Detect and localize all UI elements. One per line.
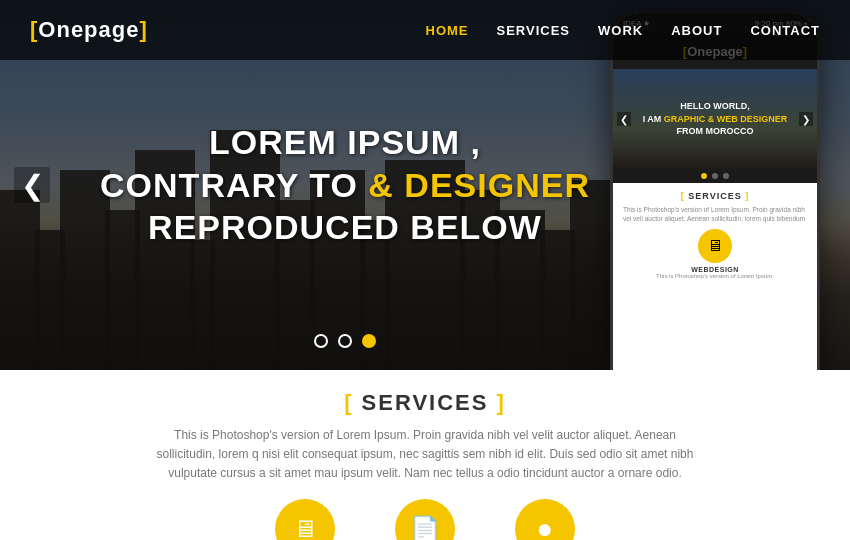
nav-work[interactable]: WORK bbox=[598, 23, 643, 38]
services-title-text: SERVICES bbox=[353, 390, 496, 415]
hero-title-highlight: & DESIGNER bbox=[368, 166, 590, 204]
services-section: [ SERVICES ] This is Photoshop's version… bbox=[0, 370, 850, 540]
dot-2[interactable] bbox=[338, 334, 352, 348]
services-description: This is Photoshop's version of Lorem Ips… bbox=[145, 426, 705, 484]
dot-1[interactable] bbox=[314, 334, 328, 348]
phone-dot-2[interactable] bbox=[712, 173, 718, 179]
phone-services-desc: This is Photoshop's version of Lorem Ips… bbox=[623, 205, 807, 223]
services-bracket-close: ] bbox=[497, 390, 506, 415]
hero-title-line1: LOREM IPSUM , bbox=[209, 123, 481, 161]
service-icon-document: 📄 bbox=[395, 499, 455, 540]
phone-service-icon: 🖥 bbox=[707, 237, 723, 255]
phone-dot-1[interactable] bbox=[701, 173, 707, 179]
phone-service-circle: 🖥 bbox=[698, 229, 732, 263]
hero-title: LOREM IPSUM , CONTRARY TO & DESIGNER REP… bbox=[95, 121, 595, 249]
nav-services[interactable]: SERVICES bbox=[497, 23, 571, 38]
logo-bracket-close: ] bbox=[139, 17, 147, 42]
nav-about[interactable]: ABOUT bbox=[671, 23, 722, 38]
slider-dots bbox=[314, 334, 376, 348]
service-circle-2: 📄 bbox=[395, 499, 455, 540]
phone-nav-arrows: ❮ ❯ bbox=[613, 112, 817, 126]
phone-inner: IDEA ★ 9:20 pm 80% ▪ [Onepage] ❮ ❯ HELLO… bbox=[613, 13, 817, 370]
logo[interactable]: [Onepage] bbox=[30, 17, 148, 43]
service-icon-webdesign: 🖥 bbox=[275, 499, 335, 540]
header: [Onepage] HOME SERVICES WORK ABOUT CONTA… bbox=[0, 0, 850, 60]
service-icon-3: ● bbox=[537, 515, 554, 540]
dot-3[interactable] bbox=[362, 334, 376, 348]
hero-title-line3: REPRODUCED BELOW bbox=[148, 208, 542, 246]
services-icons-row: 🖥 📄 ● bbox=[40, 499, 810, 540]
phone-service-name: WEBDESIGN bbox=[691, 266, 739, 273]
phone-hero-line1: HELLO WORLD, bbox=[643, 100, 788, 113]
main-nav: HOME SERVICES WORK ABOUT CONTACT bbox=[426, 23, 821, 38]
hero-content: LOREM IPSUM , CONTRARY TO & DESIGNER REP… bbox=[95, 121, 595, 249]
service-circle-3: ● bbox=[515, 499, 575, 540]
phone-dot-3[interactable] bbox=[723, 173, 729, 179]
service-icon-2: 📄 bbox=[410, 515, 440, 540]
phone-hero-line3: FROM MOROCCO bbox=[643, 125, 788, 138]
phone-mockup: IDEA ★ 9:20 pm 80% ▪ [Onepage] ❮ ❯ HELLO… bbox=[610, 10, 820, 370]
logo-brand: Onepage bbox=[38, 17, 139, 42]
nav-contact[interactable]: CONTACT bbox=[750, 23, 820, 38]
hero-arrow-left[interactable]: ❮ bbox=[14, 167, 50, 203]
phone-service-sub: This is Photoshop's version of Lorem Ips… bbox=[656, 273, 774, 281]
nav-home[interactable]: HOME bbox=[426, 23, 469, 38]
phone-arrow-right[interactable]: ❯ bbox=[799, 112, 813, 126]
services-title: [ SERVICES ] bbox=[40, 390, 810, 416]
service-circle-1: 🖥 bbox=[275, 499, 335, 540]
phone-hero-area: ❮ ❯ HELLO WORLD, I AM GRAPHIC & WEB DESI… bbox=[613, 69, 817, 169]
service-icon-1: 🖥 bbox=[293, 515, 317, 540]
service-icon-other: ● bbox=[515, 499, 575, 540]
phone-services-title: [ SERVICES ] bbox=[623, 191, 807, 201]
hero-title-line2-prefix: CONTRARY TO bbox=[100, 166, 368, 204]
phone-dots bbox=[613, 169, 817, 183]
phone-arrow-left[interactable]: ❮ bbox=[617, 112, 631, 126]
phone-services-section: [ SERVICES ] This is Photoshop's version… bbox=[613, 183, 817, 370]
phone-service-icon-wrap: 🖥 WEBDESIGN This is Photoshop's version … bbox=[623, 229, 807, 281]
